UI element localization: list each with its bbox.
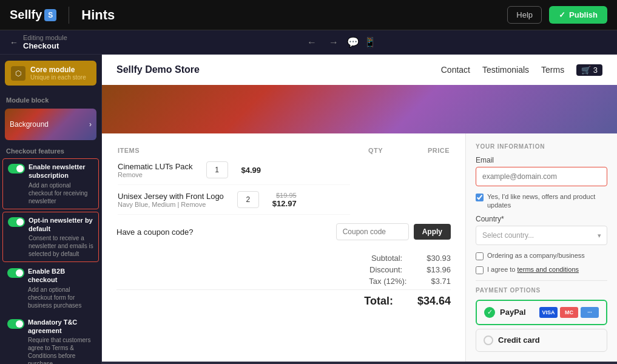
help-button[interactable]: Help <box>507 6 542 24</box>
coupon-label: Have a coupon code? <box>116 228 331 237</box>
discount-label: Discount: <box>369 265 402 274</box>
tax-value: $3.71 <box>431 277 451 286</box>
feature-tnc: Mandatory T&C agreement Require that cus… <box>2 314 99 364</box>
nav-testimonials[interactable]: Testimonials <box>482 65 529 75</box>
item-1-price: $4.99 <box>241 166 261 175</box>
item-2-qty-cell <box>224 191 272 208</box>
toggle-b2b[interactable] <box>7 268 24 278</box>
item-2-remove[interactable]: Remove <box>181 201 206 208</box>
back-icon: ← <box>10 38 18 47</box>
toggle-tnc[interactable] <box>7 319 24 329</box>
mastercard-icon: MC <box>560 307 578 318</box>
payment-label: PAYMENT OPTIONS <box>476 287 607 294</box>
item-2-price-cell: $19.95 $12.97 <box>272 192 297 208</box>
feature-tnc-info: Mandatory T&C agreement Require that cus… <box>28 318 94 364</box>
credit-card-label: Credit card <box>498 335 599 345</box>
radio-empty-icon <box>484 335 493 345</box>
terms-checkbox[interactable] <box>476 266 484 274</box>
items-table: ITEMS QTY PRICE Cinematic LUTs Pack Remo… <box>116 146 451 216</box>
newsletter-checkbox[interactable] <box>476 194 484 201</box>
feature-b2b-info: Enable B2B checkout Add an optional chec… <box>28 267 94 309</box>
item-2-orig-price: $19.95 <box>272 192 297 199</box>
paypal-option[interactable]: ✓ PayPal VISA MC ··· <box>476 300 607 325</box>
your-info-label: YOUR INFORMATION <box>476 143 607 150</box>
logo-text: Sellfy <box>10 8 42 22</box>
redo-button[interactable]: → <box>325 35 342 50</box>
feature-newsletter-desc: Add an optional checkout for receiving n… <box>29 181 93 205</box>
cart-icon[interactable]: 🛒 3 <box>576 64 602 76</box>
credit-card-option[interactable]: Credit card <box>476 329 607 352</box>
feature-optin-newsletter: Opt-in newsletter by default Consent to … <box>2 212 99 263</box>
discount-row: Discount: $13.96 <box>116 265 451 274</box>
check-icon: ✓ <box>559 10 565 19</box>
store-name: Sellfy Demo Store <box>116 64 200 75</box>
toggle-optin[interactable] <box>8 217 25 227</box>
logo: Sellfy S <box>10 8 56 22</box>
item-2-name: Unisex Jersey with Front Logo <box>118 192 224 201</box>
feature-newsletter-subscription: Enable newsletter subscription Add an op… <box>2 158 99 209</box>
item-1-name: Cinematic LUTs Pack <box>118 162 193 171</box>
total-label: Total: <box>364 295 393 308</box>
editing-info: Editing module Checkout <box>23 34 67 50</box>
company-checkbox-row: Ordering as a company/business <box>476 251 607 260</box>
item-1-info: Cinematic LUTs Pack Remove <box>118 162 193 178</box>
feature-tnc-desc: Require that customers agree to Terms & … <box>28 336 94 364</box>
item-1-remove[interactable]: Remove <box>118 171 193 178</box>
desktop-view-button[interactable]: 💬 <box>347 36 359 48</box>
feature-b2b-title: Enable B2B checkout <box>28 267 94 285</box>
background-section <box>102 85 617 133</box>
sub-bar: ← Editing module Checkout ← → 💬 📱 <box>0 30 617 55</box>
core-module-icon: ⬡ <box>11 66 25 81</box>
sidebar: ⬡ Core module Unique in each store Modul… <box>0 55 102 364</box>
checkout-form: YOUR INFORMATION Email Yes, I'd like new… <box>465 133 617 362</box>
email-label: Email <box>476 156 607 164</box>
discount-value: $13.96 <box>427 265 451 274</box>
store-nav: Contact Testimonials Terms 🛒 3 <box>441 64 602 76</box>
store-preview: Sellfy Demo Store Contact Testimonials T… <box>102 55 617 364</box>
undo-button[interactable]: ← <box>303 35 320 50</box>
mobile-view-button[interactable]: 📱 <box>364 36 376 48</box>
core-module[interactable]: ⬡ Core module Unique in each store <box>5 61 96 86</box>
background-preview[interactable]: Background › <box>5 109 96 140</box>
country-select[interactable]: Select country... <box>476 226 607 245</box>
page-title: Hints <box>81 7 115 23</box>
cart-section: ITEMS QTY PRICE Cinematic LUTs Pack Remo… <box>102 133 465 362</box>
item-2-meta: Navy Blue, Medium | Remove <box>118 201 224 208</box>
logo-divider <box>69 7 69 24</box>
total-value: $34.64 <box>417 295 451 308</box>
company-checkbox-label: Ordering as a company/business <box>487 251 585 260</box>
apply-button[interactable]: Apply <box>414 224 451 240</box>
item-2-qty-input[interactable] <box>237 191 259 208</box>
editing-label: Editing module <box>23 34 67 41</box>
feature-b2b: Enable B2B checkout Add an optional chec… <box>2 263 99 313</box>
total-row: Total: $34.64 <box>116 289 451 308</box>
col-items-header: ITEMS <box>118 147 350 154</box>
back-button[interactable]: ← <box>10 38 18 47</box>
item-2-info: Unisex Jersey with Front Logo Navy Blue,… <box>118 192 224 208</box>
background-label: Background <box>10 120 49 129</box>
publish-button[interactable]: ✓ Publish <box>549 6 607 24</box>
feature-b2b-desc: Add an optional checkout form for busine… <box>28 286 94 309</box>
company-checkbox[interactable] <box>476 252 484 260</box>
item-1-price-cell: $4.99 <box>241 166 261 175</box>
subtotal-row: Subtotal: $30.93 <box>116 254 451 263</box>
core-module-title: Core module <box>30 66 86 74</box>
toggle-newsletter[interactable] <box>8 164 25 174</box>
table-row: Unisex Jersey with Front Logo Navy Blue,… <box>118 185 350 215</box>
view-toggle: 💬 📱 <box>347 36 376 48</box>
payment-card-icons: VISA MC ··· <box>539 307 599 318</box>
feature-tnc-title: Mandatory T&C agreement <box>28 318 94 335</box>
newsletter-checkbox-label: Yes, I'd like news, offers and product u… <box>487 192 607 210</box>
nav-contact[interactable]: Contact <box>441 65 470 75</box>
nav-terms[interactable]: Terms <box>541 65 564 75</box>
coupon-row: Have a coupon code? Apply <box>116 216 451 248</box>
country-group: Country* Select country... ▾ <box>476 215 607 245</box>
coupon-input[interactable] <box>336 223 409 240</box>
checkout-area: ITEMS QTY PRICE Cinematic LUTs Pack Remo… <box>102 133 617 362</box>
core-module-info: Core module Unique in each store <box>30 66 86 81</box>
email-input[interactable] <box>476 167 607 186</box>
feature-optin-info: Opt-in newsletter by default Consent to … <box>29 216 93 258</box>
item-1-qty-input[interactable] <box>206 161 228 178</box>
feature-optin-title: Opt-in newsletter by default <box>29 216 93 234</box>
country-label: Country* <box>476 215 607 223</box>
